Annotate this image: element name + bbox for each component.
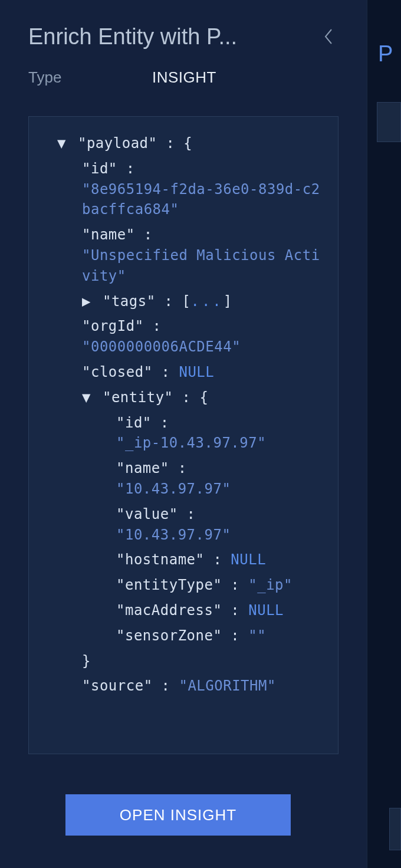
chevron-right-icon[interactable]: ▶: [82, 291, 94, 312]
json-node-entity-id: "id" : "_ip-10.43.97.97": [41, 413, 326, 454]
adjacent-panel-title: P: [378, 41, 401, 67]
json-node-hostname: "hostname" : NULL: [41, 550, 326, 570]
ellipsis-icon: ...: [190, 293, 223, 310]
json-node-orgid: "orgId" : "0000000006ACDE44": [41, 316, 326, 357]
adjacent-panel-box-bottom: [389, 808, 401, 850]
json-node-tags[interactable]: ▶ "tags" : [...]: [41, 291, 326, 312]
json-viewer[interactable]: ▼ "payload" : { "id" : "8e965194-f2da-36…: [28, 116, 338, 754]
meta-row: Type INSIGHT: [0, 68, 367, 87]
panel-header: Enrich Entity with P...: [0, 22, 367, 51]
json-node-sensorzone: "sensorZone" : "": [41, 626, 326, 646]
json-node-source: "source" : "ALGORITHM": [41, 676, 326, 696]
type-label: Type: [28, 68, 152, 87]
json-node-macaddress: "macAddress" : NULL: [41, 600, 326, 621]
json-node-entity-value: "value" : "10.43.97.97": [41, 504, 326, 545]
open-insight-button[interactable]: OPEN INSIGHT: [65, 794, 291, 836]
adjacent-panel-box: [377, 102, 401, 142]
json-node-closed: "closed" : NULL: [41, 362, 326, 383]
json-node-entitytype: "entityType" : "_ip": [41, 575, 326, 596]
back-chevron-icon[interactable]: [318, 22, 338, 51]
json-node-id: "id" : "8e965194-f2da-36e0-839d-c2bacffc…: [41, 159, 326, 220]
json-node-name: "name" : "Unspecified Malicious Activity…: [41, 225, 326, 286]
chevron-down-icon[interactable]: ▼: [82, 387, 94, 408]
panel-title: Enrich Entity with P...: [28, 24, 237, 50]
json-node-payload[interactable]: ▼ "payload" : {: [41, 133, 326, 154]
detail-panel: Enrich Entity with P... Type INSIGHT ▼ "…: [0, 0, 367, 868]
chevron-down-icon[interactable]: ▼: [57, 133, 69, 154]
json-brace-close: }: [41, 651, 326, 672]
json-node-entity[interactable]: ▼ "entity" : {: [41, 387, 326, 408]
type-value: INSIGHT: [152, 68, 216, 87]
json-node-entity-name: "name" : "10.43.97.97": [41, 458, 326, 499]
adjacent-panel: P: [367, 0, 401, 868]
